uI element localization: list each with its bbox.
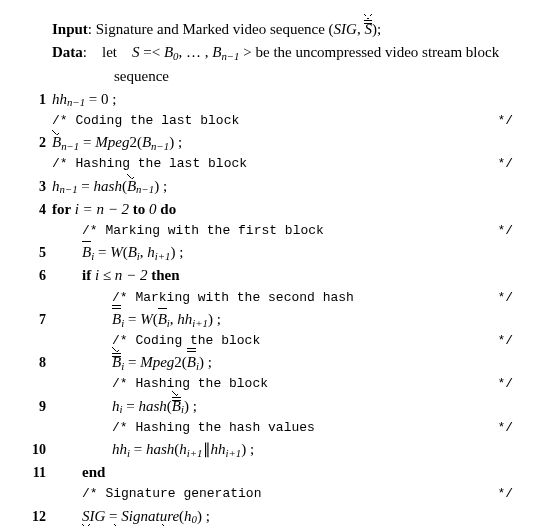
eq8: = xyxy=(124,354,140,370)
b-hb-sub: i xyxy=(121,360,124,372)
eq: = 0 ; xyxy=(85,91,116,107)
lineno-1: 1 xyxy=(22,89,52,111)
concat-bar: ∥ xyxy=(203,441,211,457)
a2-7: hh xyxy=(177,311,192,327)
data-bn-sub: n−1 xyxy=(221,50,239,62)
close5: ) ; xyxy=(171,244,184,260)
for-cond: i = n − 2 xyxy=(75,201,133,217)
algo-line-6: 6 if i ≤ n − 2 then xyxy=(22,264,517,287)
b-hat: B xyxy=(52,131,61,154)
comment-open: /* xyxy=(112,376,135,391)
comment-row-3: /* Marking with the first block */ xyxy=(22,221,517,241)
b-hatbar: B xyxy=(112,351,121,374)
arg-b-sub: n−1 xyxy=(151,140,169,152)
b-bar-sub: i xyxy=(91,250,94,262)
data-line2: sequence xyxy=(22,65,517,88)
eq7: = xyxy=(124,311,140,327)
data-eq: =< xyxy=(140,44,164,60)
comment-text: Marking with the first block xyxy=(105,223,323,238)
hash10: hash xyxy=(146,441,174,457)
data-line: Data: let S =< B0, … , Bn−1 > be the unc… xyxy=(22,41,517,64)
comment-row-5: /* Coding the block */ xyxy=(22,331,517,351)
eq3: = xyxy=(78,178,94,194)
close7: ) ; xyxy=(208,311,221,327)
input-line: Input: Signature and Marked video sequen… xyxy=(22,18,517,41)
arg12-sub: 0 xyxy=(192,513,197,525)
algo-line-1: 1 hhn−1 = 0 ; xyxy=(22,88,517,111)
if-kw: if xyxy=(82,267,95,283)
lineno-10: 10 xyxy=(22,439,52,461)
comment-text: Hashing the hash values xyxy=(135,420,314,435)
comment-text: Marking with the second hash xyxy=(135,290,353,305)
data-s: S xyxy=(132,44,140,60)
to-kw: to xyxy=(133,201,149,217)
algo-line-10: 10 hhi = hash(hi+1∥hhi+1) ; xyxy=(22,438,517,461)
b-dbar: B xyxy=(112,308,121,331)
comment-end: */ xyxy=(497,374,517,394)
a1-10: h xyxy=(179,441,187,457)
arg8: B xyxy=(187,351,196,374)
a1-5-sub: i xyxy=(137,250,140,262)
b-dbar-sub: i xyxy=(121,317,124,329)
comment-open: /* xyxy=(112,420,135,435)
input-label: Input xyxy=(52,21,88,37)
comment-open: /* xyxy=(112,290,135,305)
algo-line-3: 3 hn−1 = hash(Bn−1) ; xyxy=(22,175,517,198)
mpeg-num: 2( xyxy=(129,134,142,150)
algo-line-9: 9 hi = hash(Bi) ; xyxy=(22,395,517,418)
then-kw: then xyxy=(151,267,179,283)
lineno-8: 8 xyxy=(22,352,52,374)
comment-text: Coding the last block xyxy=(75,113,239,128)
close9: ) ; xyxy=(184,398,197,414)
data-sequence: sequence xyxy=(52,65,517,88)
data-b0-sub: 0 xyxy=(173,50,178,62)
close10: ) ; xyxy=(241,441,254,457)
comment-open: /* xyxy=(82,223,105,238)
comment-row-1: /* Coding the last block */ xyxy=(22,111,517,131)
arg8-sub: i xyxy=(196,360,199,372)
comment-text: Hashing the block xyxy=(135,376,268,391)
mpeg: Mpeg xyxy=(95,134,129,150)
a1-10-sub: i+1 xyxy=(187,447,203,459)
for-zero: 0 xyxy=(149,201,160,217)
close2: ) ; xyxy=(169,134,182,150)
hash9: hash xyxy=(138,398,166,414)
a1-7: B xyxy=(158,308,167,331)
lineno-12: 12 xyxy=(22,506,52,526)
comment-text: Hashing the last block xyxy=(75,156,247,171)
algo-line-11: 11 end xyxy=(22,461,517,484)
comment-open: /* xyxy=(52,113,75,128)
hh10: hh xyxy=(112,441,127,457)
algo-line-4: 4 for i = n − 2 to 0 do xyxy=(22,198,517,221)
comment-open: /* xyxy=(52,156,75,171)
algo-line-5: 5 Bi = W(Bi, hi+1) ; xyxy=(22,241,517,264)
comment-end: */ xyxy=(497,418,517,438)
lineno-6: 6 xyxy=(22,265,52,287)
close3: ) ; xyxy=(154,178,167,194)
a2-10-sub: i+1 xyxy=(226,447,242,459)
hh10-sub: i xyxy=(127,447,130,459)
end-kw: end xyxy=(82,464,105,480)
lineno-11: 11 xyxy=(22,462,52,484)
signature-fn: Signature xyxy=(121,508,179,524)
algo-line-8: 8 Bi = Mpeg2(Bi) ; xyxy=(22,351,517,374)
comment-open: /* xyxy=(82,486,105,501)
a2-5-sub: i+1 xyxy=(155,250,171,262)
comment-row-7: /* Hashing the hash values */ xyxy=(22,418,517,438)
comment-end: */ xyxy=(497,331,517,351)
sig12: SIG xyxy=(82,508,105,524)
hash3: hash xyxy=(94,178,122,194)
lineno-3: 3 xyxy=(22,176,52,198)
lineno-2: 2 xyxy=(22,132,52,154)
a2-7-sub: i+1 xyxy=(192,317,208,329)
comment-end: */ xyxy=(497,154,517,174)
data-b0: B xyxy=(164,44,173,60)
comment-row-6: /* Hashing the block */ xyxy=(22,374,517,394)
lineno-9: 9 xyxy=(22,396,52,418)
eq10: = xyxy=(130,441,146,457)
algo-line-7: 7 Bi = W(Bi, hhi+1) ; xyxy=(22,308,517,331)
comment-text: Signature generation xyxy=(105,486,261,501)
a1-7-sub: i xyxy=(167,317,170,329)
w-fn: W xyxy=(110,244,123,260)
lineno-7: 7 xyxy=(22,309,52,331)
